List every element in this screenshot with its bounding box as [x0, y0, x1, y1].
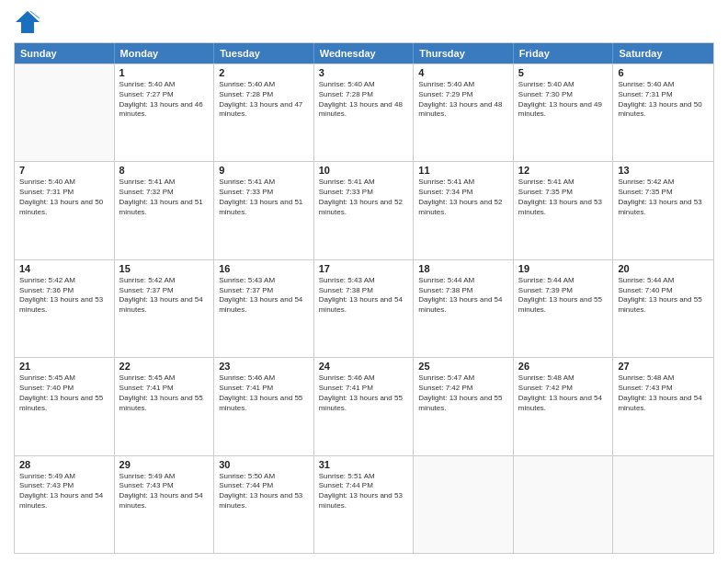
calendar-cell	[613, 456, 713, 553]
calendar-header-cell: Tuesday	[214, 43, 314, 63]
day-number: 21	[19, 361, 109, 372]
calendar-cell: 20Sunrise: 5:44 AMSunset: 7:40 PMDayligh…	[613, 260, 713, 357]
calendar-cell	[15, 64, 115, 161]
cell-info: Sunrise: 5:44 AMSunset: 7:40 PMDaylight:…	[618, 276, 709, 316]
cell-info: Sunrise: 5:42 AMSunset: 7:37 PMDaylight:…	[119, 276, 210, 316]
day-number: 13	[618, 165, 709, 176]
calendar-header-cell: Wednesday	[314, 43, 415, 63]
day-number: 16	[219, 263, 309, 274]
calendar-cell: 29Sunrise: 5:49 AMSunset: 7:43 PMDayligh…	[115, 456, 215, 553]
calendar: SundayMondayTuesdayWednesdayThursdayFrid…	[14, 42, 714, 554]
day-number: 4	[418, 67, 508, 78]
calendar-row: 14Sunrise: 5:42 AMSunset: 7:36 PMDayligh…	[15, 259, 713, 357]
day-number: 7	[19, 165, 109, 176]
logo-icon	[14, 9, 41, 35]
day-number: 25	[418, 361, 508, 372]
calendar-row: 1Sunrise: 5:40 AMSunset: 7:27 PMDaylight…	[15, 63, 713, 161]
cell-info: Sunrise: 5:41 AMSunset: 7:35 PMDaylight:…	[518, 178, 609, 217]
calendar-header-cell: Monday	[115, 43, 215, 63]
day-number: 14	[19, 263, 109, 274]
cell-info: Sunrise: 5:50 AMSunset: 7:44 PMDaylight:…	[219, 472, 309, 511]
cell-info: Sunrise: 5:48 AMSunset: 7:43 PMDaylight:…	[618, 373, 709, 413]
day-number: 20	[618, 263, 709, 274]
calendar-cell: 28Sunrise: 5:49 AMSunset: 7:43 PMDayligh…	[15, 456, 115, 553]
calendar-cell: 7Sunrise: 5:40 AMSunset: 7:31 PMDaylight…	[15, 162, 115, 259]
calendar-cell: 14Sunrise: 5:42 AMSunset: 7:36 PMDayligh…	[15, 260, 115, 357]
calendar-cell: 4Sunrise: 5:40 AMSunset: 7:29 PMDaylight…	[414, 64, 514, 161]
day-number: 2	[219, 67, 309, 78]
calendar-cell: 27Sunrise: 5:48 AMSunset: 7:43 PMDayligh…	[613, 358, 713, 454]
day-number: 18	[418, 263, 508, 274]
day-number: 28	[19, 459, 109, 470]
calendar-cell: 26Sunrise: 5:48 AMSunset: 7:42 PMDayligh…	[514, 358, 614, 454]
day-number: 15	[119, 263, 210, 274]
day-number: 27	[618, 361, 709, 372]
calendar-cell: 21Sunrise: 5:45 AMSunset: 7:40 PMDayligh…	[15, 358, 115, 454]
calendar-cell: 17Sunrise: 5:43 AMSunset: 7:38 PMDayligh…	[314, 260, 415, 357]
cell-info: Sunrise: 5:42 AMSunset: 7:36 PMDaylight:…	[19, 276, 109, 316]
calendar-cell: 23Sunrise: 5:46 AMSunset: 7:41 PMDayligh…	[214, 358, 314, 454]
day-number: 1	[119, 67, 210, 78]
calendar-cell: 19Sunrise: 5:44 AMSunset: 7:39 PMDayligh…	[514, 260, 614, 357]
day-number: 23	[219, 361, 309, 372]
calendar-cell: 11Sunrise: 5:41 AMSunset: 7:34 PMDayligh…	[414, 162, 514, 259]
cell-info: Sunrise: 5:43 AMSunset: 7:38 PMDaylight:…	[319, 276, 409, 316]
cell-info: Sunrise: 5:45 AMSunset: 7:40 PMDaylight:…	[19, 373, 109, 413]
calendar-header-cell: Sunday	[15, 43, 115, 63]
day-number: 9	[219, 165, 309, 176]
calendar-header-cell: Friday	[514, 43, 614, 63]
header	[14, 9, 714, 35]
calendar-cell: 1Sunrise: 5:40 AMSunset: 7:27 PMDaylight…	[115, 64, 215, 161]
day-number: 26	[518, 361, 609, 372]
day-number: 10	[319, 165, 409, 176]
calendar-cell: 22Sunrise: 5:45 AMSunset: 7:41 PMDayligh…	[115, 358, 215, 454]
day-number: 11	[418, 165, 508, 176]
day-number: 17	[319, 263, 409, 274]
cell-info: Sunrise: 5:40 AMSunset: 7:28 PMDaylight:…	[319, 80, 409, 120]
calendar-cell: 2Sunrise: 5:40 AMSunset: 7:28 PMDaylight…	[214, 64, 314, 161]
cell-info: Sunrise: 5:43 AMSunset: 7:37 PMDaylight:…	[219, 276, 309, 316]
calendar-cell: 15Sunrise: 5:42 AMSunset: 7:37 PMDayligh…	[115, 260, 215, 357]
day-number: 29	[119, 459, 210, 470]
calendar-cell: 30Sunrise: 5:50 AMSunset: 7:44 PMDayligh…	[214, 456, 314, 553]
calendar-row: 7Sunrise: 5:40 AMSunset: 7:31 PMDaylight…	[15, 161, 713, 259]
cell-info: Sunrise: 5:40 AMSunset: 7:31 PMDaylight:…	[19, 178, 109, 217]
day-number: 22	[119, 361, 210, 372]
calendar-cell: 25Sunrise: 5:47 AMSunset: 7:42 PMDayligh…	[414, 358, 514, 454]
cell-info: Sunrise: 5:40 AMSunset: 7:31 PMDaylight:…	[618, 80, 709, 120]
cell-info: Sunrise: 5:40 AMSunset: 7:29 PMDaylight:…	[418, 80, 508, 120]
cell-info: Sunrise: 5:41 AMSunset: 7:32 PMDaylight:…	[119, 178, 210, 217]
cell-info: Sunrise: 5:44 AMSunset: 7:39 PMDaylight:…	[518, 276, 609, 316]
calendar-row: 28Sunrise: 5:49 AMSunset: 7:43 PMDayligh…	[15, 455, 713, 553]
calendar-cell: 24Sunrise: 5:46 AMSunset: 7:41 PMDayligh…	[314, 358, 415, 454]
day-number: 19	[518, 263, 609, 274]
day-number: 6	[618, 67, 709, 78]
calendar-header-cell: Thursday	[414, 43, 514, 63]
calendar-body: 1Sunrise: 5:40 AMSunset: 7:27 PMDaylight…	[15, 63, 713, 553]
cell-info: Sunrise: 5:47 AMSunset: 7:42 PMDaylight:…	[418, 373, 508, 413]
cell-info: Sunrise: 5:46 AMSunset: 7:41 PMDaylight:…	[319, 373, 409, 413]
cell-info: Sunrise: 5:41 AMSunset: 7:33 PMDaylight:…	[219, 178, 309, 217]
logo	[14, 9, 45, 35]
calendar-header-cell: Saturday	[613, 43, 713, 63]
calendar-cell: 9Sunrise: 5:41 AMSunset: 7:33 PMDaylight…	[214, 162, 314, 259]
calendar-cell: 6Sunrise: 5:40 AMSunset: 7:31 PMDaylight…	[613, 64, 713, 161]
calendar-cell	[414, 456, 514, 553]
calendar-cell: 12Sunrise: 5:41 AMSunset: 7:35 PMDayligh…	[514, 162, 614, 259]
calendar-cell: 5Sunrise: 5:40 AMSunset: 7:30 PMDaylight…	[514, 64, 614, 161]
page: SundayMondayTuesdayWednesdayThursdayFrid…	[0, 0, 728, 563]
calendar-cell: 3Sunrise: 5:40 AMSunset: 7:28 PMDaylight…	[314, 64, 415, 161]
calendar-header: SundayMondayTuesdayWednesdayThursdayFrid…	[15, 43, 713, 63]
calendar-cell: 13Sunrise: 5:42 AMSunset: 7:35 PMDayligh…	[613, 162, 713, 259]
calendar-cell	[514, 456, 614, 553]
day-number: 8	[119, 165, 210, 176]
cell-info: Sunrise: 5:40 AMSunset: 7:30 PMDaylight:…	[518, 80, 609, 120]
day-number: 31	[319, 459, 409, 470]
cell-info: Sunrise: 5:42 AMSunset: 7:35 PMDaylight:…	[618, 178, 709, 217]
cell-info: Sunrise: 5:46 AMSunset: 7:41 PMDaylight:…	[219, 373, 309, 413]
cell-info: Sunrise: 5:45 AMSunset: 7:41 PMDaylight:…	[119, 373, 210, 413]
cell-info: Sunrise: 5:51 AMSunset: 7:44 PMDaylight:…	[319, 472, 409, 511]
calendar-row: 21Sunrise: 5:45 AMSunset: 7:40 PMDayligh…	[15, 357, 713, 454]
day-number: 24	[319, 361, 409, 372]
cell-info: Sunrise: 5:41 AMSunset: 7:34 PMDaylight:…	[418, 178, 508, 217]
